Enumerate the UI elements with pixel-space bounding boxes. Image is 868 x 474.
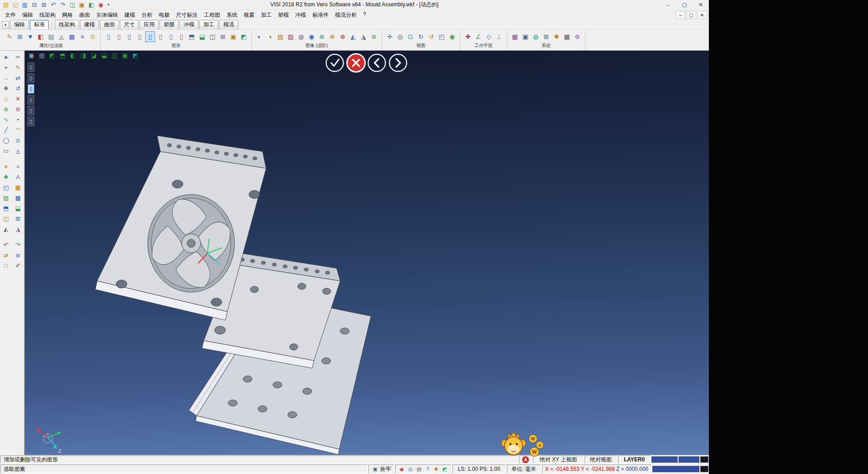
transparent-box-icon[interactable]: ⊞ — [218, 31, 228, 42]
close-button[interactable]: ✕ — [693, 0, 709, 9]
prism-icon[interactable]: ◭ — [0, 224, 11, 234]
viewports-icon[interactable]: ◰ — [437, 31, 447, 42]
insert-icon[interactable]: ✚ — [0, 172, 11, 182]
menu-system[interactable]: 系统 — [223, 10, 241, 20]
solid-box-icon[interactable]: ⬒ — [0, 204, 11, 213]
units-readout[interactable]: 单位: 毫米 — [507, 465, 541, 474]
confirm-button[interactable] — [326, 54, 344, 71]
tab-standard[interactable]: 标准 — [30, 20, 49, 30]
cancel-button[interactable] — [347, 54, 365, 72]
workplane-3points-icon[interactable]: ∠ — [473, 31, 483, 42]
swap-icon[interactable]: ⇄ — [0, 251, 11, 260]
absolute-view-cell[interactable]: 绝对视图 — [585, 455, 617, 464]
menu-standard-parts[interactable]: 标准件 — [309, 10, 332, 20]
globe-icon[interactable]: ◍ — [531, 31, 541, 42]
measure-icon[interactable]: ↔ — [0, 73, 11, 83]
properties-icon[interactable]: ≡ — [77, 31, 87, 42]
shading-icon[interactable]: ◐ — [255, 31, 264, 42]
menu-progress[interactable]: 冲模 — [292, 10, 309, 20]
arc-icon[interactable]: ◠ — [13, 125, 24, 135]
polygon-icon[interactable]: ◬ — [13, 146, 24, 156]
color-palette-icon[interactable]: ▦ — [510, 31, 520, 42]
text-icon[interactable]: A — [13, 172, 24, 182]
child-minimize-button[interactable]: – — [675, 11, 685, 19]
status-cube-icon[interactable]: ◩ — [441, 466, 448, 472]
previous-view-icon[interactable]: ↺ — [426, 31, 436, 42]
rotate-icon[interactable]: ↺ — [13, 84, 24, 93]
lock-toggle[interactable]: ▣ 拴牢 — [368, 465, 394, 474]
tab-press[interactable]: 冲模 — [179, 20, 198, 30]
menu-surface[interactable]: 曲面 — [76, 10, 93, 20]
mirror-icon[interactable]: ⇄ — [13, 73, 24, 83]
tab-dimension[interactable]: 尺寸 — [120, 20, 139, 30]
point-icon[interactable]: • — [13, 115, 24, 124]
tab-dropdown-icon[interactable]: ▾ — [2, 21, 9, 28]
view-right-icon[interactable]: ◨ — [79, 52, 88, 59]
new-file-icon[interactable]: ▤ — [1, 1, 10, 9]
blend-icon[interactable]: ⊕ — [327, 31, 337, 42]
shell-icon[interactable]: ◫ — [0, 214, 11, 223]
sketch-icon[interactable]: ✎ — [13, 63, 24, 72]
entity-info-icon[interactable]: ⊙ — [88, 31, 98, 42]
view-back-icon[interactable]: ⬓ — [99, 52, 109, 59]
menu-help[interactable]: ? — [360, 10, 369, 20]
active-layer-cell[interactable]: LAYER0 — [618, 455, 651, 464]
transparency-icon[interactable]: ◑ — [265, 31, 275, 42]
print-icon[interactable]: ⊟ — [30, 1, 39, 9]
coord-color-swatch[interactable] — [652, 466, 699, 472]
tab-mould[interactable]: 塑膜 — [160, 20, 179, 30]
spline-icon[interactable]: ≈ — [13, 162, 24, 171]
save-icon[interactable]: ▥ — [20, 1, 29, 9]
screen-layout-icon[interactable]: ◧ — [87, 1, 96, 9]
plane-slot-3-icon[interactable]: ▯ — [28, 84, 34, 94]
view-axonometric-icon[interactable]: ▣ — [120, 52, 130, 59]
pen-icon[interactable]: ✐ — [13, 261, 24, 270]
line-icon[interactable]: ╱ — [0, 125, 11, 135]
undo-icon[interactable]: ↶ — [49, 1, 58, 9]
select-icon[interactable]: ➤ — [0, 52, 11, 62]
menu-modelling[interactable]: 建模 — [121, 10, 138, 20]
pattern-icon[interactable]: ▩ — [13, 193, 24, 203]
matrix-icon[interactable]: ▩ — [562, 31, 572, 42]
system-settings-icon[interactable]: ⊚ — [572, 31, 582, 42]
visibility-cylinder-1-icon[interactable]: ▯ — [104, 31, 113, 42]
visibility-cylinder-5-icon[interactable]: ▯ — [145, 31, 155, 42]
corner-swatch[interactable] — [700, 456, 708, 463]
copy-icon[interactable]: ◫ — [68, 1, 77, 9]
menu-dimensioning[interactable]: 尺寸标注 — [173, 10, 201, 20]
hatch-style-icon[interactable]: ▧ — [275, 31, 285, 42]
undo-red-icon[interactable]: ↶ — [0, 240, 11, 250]
layer-up-icon[interactable]: ◭ — [348, 31, 358, 42]
corner-swatch-2[interactable] — [700, 466, 708, 472]
snap-settings-icon[interactable]: ✱ — [552, 31, 561, 42]
view-front-icon[interactable]: ◧ — [68, 52, 78, 59]
status-snapshot-icon[interactable]: ◉ — [398, 466, 406, 472]
menu-mould[interactable]: 塑模 — [275, 10, 292, 20]
shaded-box-icon[interactable]: ⬒ — [187, 31, 197, 42]
menu-electrode[interactable]: 电极 — [156, 10, 173, 20]
plane-slot-1-icon[interactable]: ▯ — [28, 62, 34, 72]
hidden-line-box-icon[interactable]: ◫ — [208, 31, 217, 42]
view-dynamic-icon[interactable]: ◩ — [131, 52, 140, 59]
region-icon[interactable]: ◰ — [0, 183, 11, 192]
forward-button[interactable] — [389, 54, 406, 71]
dynamic-view-icon[interactable]: ◉ — [447, 31, 457, 42]
viewport-3d[interactable]: Z — [24, 51, 709, 455]
plot-icon[interactable]: ⊞ — [39, 1, 48, 9]
maximize-button[interactable]: ▢ — [676, 0, 693, 9]
surface-slab-icon[interactable]: ⬓ — [13, 204, 24, 213]
selection-mask-icon[interactable]: ▦ — [67, 31, 77, 42]
menu-window[interactable]: 视窗 — [241, 10, 258, 20]
wireframe-box-icon[interactable]: ⬓ — [197, 31, 207, 42]
display-settings-icon[interactable]: ▣ — [520, 31, 530, 42]
menu-wireframe[interactable]: 线架构 — [36, 10, 59, 20]
capture-icon[interactable]: ◉ — [96, 1, 105, 9]
menu-file[interactable]: 文件 — [2, 10, 19, 20]
curve-icon[interactable]: ∿ — [0, 115, 11, 124]
section-box-icon[interactable]: ▣ — [228, 31, 238, 42]
visibility-cylinder-8-icon[interactable]: ▯ — [176, 31, 186, 42]
visibility-cylinder-2-icon[interactable]: ▯ — [114, 31, 124, 42]
viewport-grid-icon[interactable]: ▤ — [37, 52, 47, 59]
filter-layer-icon[interactable]: ▤ — [46, 31, 56, 42]
render-box-icon[interactable]: ◩ — [239, 31, 249, 42]
